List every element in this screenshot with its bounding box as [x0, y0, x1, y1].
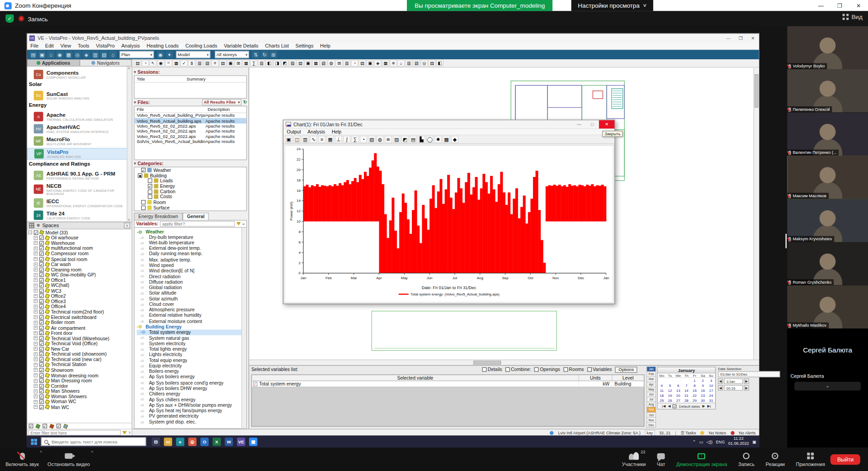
month-strip-item[interactable]: Mar: [646, 377, 656, 382]
checkbox[interactable]: ✓: [39, 357, 44, 362]
expand-icon[interactable]: +: [34, 405, 38, 409]
expand-icon[interactable]: +: [34, 347, 38, 351]
calendar-date-cell[interactable]: 4: [658, 383, 666, 388]
calendar-date-cell[interactable]: [674, 378, 682, 383]
category-row[interactable]: Costs: [135, 194, 246, 200]
expand-icon[interactable]: +: [34, 389, 38, 393]
checkbox[interactable]: [148, 179, 152, 183]
calendar-date-cell[interactable]: 17: [707, 388, 715, 393]
calendar-date-cell[interactable]: 26: [666, 398, 674, 403]
chart-toolbar-icon[interactable]: ≋: [385, 136, 392, 143]
file-row[interactable]: Volvo_Rev3_02_02_2022.aps Apache results: [135, 134, 246, 139]
application-entry[interactable]: VP VistaPro ADVANCED ANALYSIS: [27, 146, 132, 159]
toolbar-icon[interactable]: ◈: [374, 60, 382, 67]
date-value[interactable]: 1/Jan: [724, 378, 743, 384]
model-canvas[interactable]: Chart(1): Fri 01/Jan to Fri 31/Dec — □ ✕…: [249, 67, 759, 359]
checkbox[interactable]: ✓: [39, 331, 44, 335]
checkbox[interactable]: ✓: [39, 326, 44, 330]
expand-icon[interactable]: +: [34, 310, 38, 314]
chart-menu-item[interactable]: Output: [283, 129, 304, 134]
time-value[interactable]: 00:15: [724, 385, 743, 390]
toolbar-icon[interactable]: ✦: [165, 51, 173, 58]
variable-row[interactable]: -⊙ Ap Sys boilers energy: [137, 374, 246, 380]
participants-button[interactable]: 22 Участники: [617, 447, 651, 471]
checkbox[interactable]: ✓: [29, 424, 33, 428]
calendar-date-cell[interactable]: 19: [666, 393, 674, 398]
checkbox[interactable]: ✓: [39, 278, 44, 282]
calendar-date-cell[interactable]: 18: [658, 393, 666, 398]
expand-icon[interactable]: +: [34, 236, 38, 240]
taskbar-app-icon[interactable]: O: [200, 438, 208, 446]
toolbar-icon[interactable]: ⊞: [235, 60, 242, 67]
checkbox[interactable]: ✓: [42, 424, 47, 428]
checkbox[interactable]: [148, 189, 152, 194]
checkbox[interactable]: ✓: [39, 342, 44, 346]
application-entry[interactable]: Su SunCast SOLAR SHADING ANALYSIS: [27, 89, 132, 101]
application-entry[interactable]: VE VE Compliance (UK & Ireland) ENERGY P…: [27, 220, 132, 222]
calendar-date-cell[interactable]: 21: [682, 393, 690, 398]
calendar-date-cell[interactable]: [682, 378, 690, 383]
file-row[interactable]: Volvo_Rev5_02_02_2022.aps Apache results: [135, 124, 246, 128]
toolbar-icon[interactable]: ↻: [261, 51, 269, 58]
calendar-date-cell[interactable]: 30: [699, 398, 707, 403]
chart-maximize-button[interactable]: □: [586, 120, 599, 128]
calendar-date-cell[interactable]: 14: [682, 388, 690, 393]
ve-menu-item[interactable]: View: [57, 43, 74, 49]
variables-filter-input[interactable]: [160, 221, 235, 227]
ve-menu-item[interactable]: Heating Loads: [143, 43, 182, 49]
tab-general[interactable]: General: [183, 213, 209, 220]
expand-icon[interactable]: +: [34, 395, 38, 399]
minimize-button[interactable]: —: [811, 0, 830, 11]
expand-icon[interactable]: +: [34, 320, 38, 324]
expand-icon[interactable]: +: [34, 289, 38, 293]
toolbar-icon[interactable]: ≡: [212, 60, 219, 67]
option-checkbox[interactable]: Details: [482, 367, 502, 372]
checkbox[interactable]: ✓: [39, 304, 44, 309]
toolbar-icon[interactable]: ▦: [382, 60, 389, 67]
ve-menu-item[interactable]: Charts List: [262, 43, 292, 49]
chart-toolbar-icon[interactable]: ✹: [434, 136, 442, 143]
participant-tile[interactable]: Сергей Балюта Сергей Балюта: [787, 328, 868, 372]
chart-toolbar-icon[interactable]: ⊥: [335, 136, 342, 143]
share-screen-button[interactable]: ↑ Демонстрация экрана: [670, 447, 732, 471]
layer-icon[interactable]: [35, 423, 40, 428]
space-row[interactable]: + ✓ Man Showers: [28, 389, 132, 394]
expand-icon[interactable]: +: [34, 384, 38, 388]
calendar-date-cell[interactable]: 28: [682, 398, 690, 403]
category-row[interactable]: Loads: [135, 178, 246, 184]
toolbar-icon[interactable]: ▤: [297, 60, 304, 67]
toolbar-icon[interactable]: ∑: [250, 60, 257, 67]
toolbar-icon[interactable]: ▣: [38, 51, 46, 58]
ve-close-button[interactable]: ✕: [747, 36, 759, 41]
space-row[interactable]: + ✓ Front door: [28, 330, 132, 336]
participant-tile[interactable]: Максим Масліков: [787, 156, 868, 199]
taskbar-search[interactable]: [41, 437, 146, 446]
month-strip-item[interactable]: Aug: [646, 402, 656, 407]
toolbar-icon[interactable]: ◔: [142, 60, 149, 67]
month-strip-item[interactable]: Feb: [646, 372, 656, 377]
toolbar-icon[interactable]: ◧: [266, 60, 273, 67]
layer-icon[interactable]: [49, 423, 54, 428]
variable-row[interactable]: -⊙ Ap Sys boilers space cond'g energy: [137, 380, 246, 385]
toolbar-icon[interactable]: ◉: [56, 51, 64, 58]
variable-row[interactable]: -⊙ External moisture content: [137, 318, 246, 324]
chart-minimize-button[interactable]: —: [572, 120, 585, 128]
close-button[interactable]: ✕: [849, 0, 868, 11]
toolbar-icon[interactable]: ◨: [274, 60, 281, 67]
tab-applications[interactable]: Applications: [27, 59, 80, 67]
toolbar-icon[interactable]: ▦: [65, 51, 72, 58]
storeys-select[interactable]: All storeys: [215, 51, 249, 58]
leave-meeting-button[interactable]: Выйти: [830, 454, 860, 464]
variable-row[interactable]: -⊙ Boilers energy: [137, 369, 246, 374]
checkbox[interactable]: ✓: [39, 273, 44, 277]
checkbox[interactable]: ■: [138, 173, 142, 178]
toolbar-icon[interactable]: ▧: [320, 60, 327, 67]
checkbox[interactable]: ✓: [148, 184, 152, 188]
checkbox[interactable]: ✓: [141, 168, 146, 172]
expand-icon[interactable]: +: [34, 363, 38, 367]
checkbox[interactable]: ✓: [39, 309, 44, 314]
checkbox[interactable]: ✓: [39, 299, 44, 304]
toolbar-icon[interactable]: ▨: [289, 60, 296, 67]
calendar-date-cell[interactable]: 11: [658, 388, 666, 393]
checkbox[interactable]: ✓: [39, 252, 44, 256]
